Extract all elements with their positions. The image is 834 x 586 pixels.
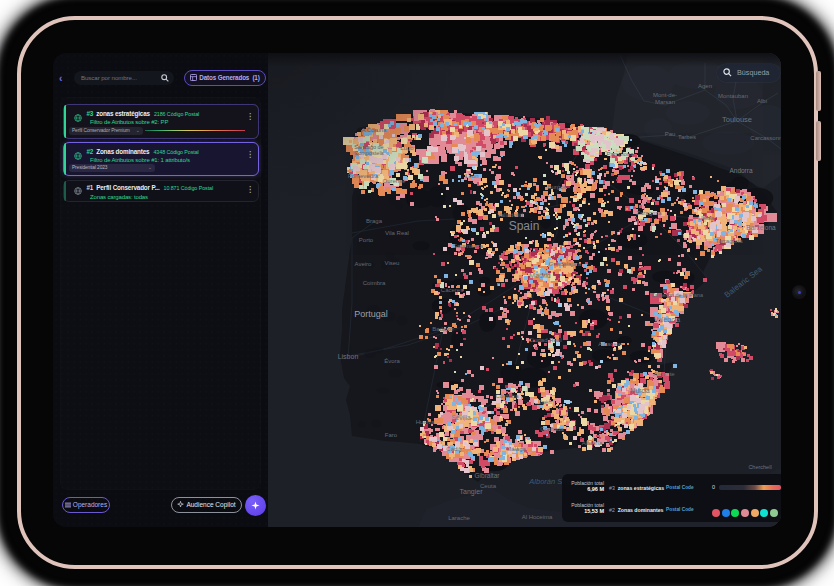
svg-text:Tarbes: Tarbes (678, 134, 696, 140)
svg-text:Vila Real: Vila Real (385, 230, 409, 236)
svg-text:Badajoz: Badajoz (432, 326, 454, 332)
svg-text:Lisbon: Lisbon (338, 353, 359, 360)
svg-text:Ciudad Real: Ciudad Real (528, 337, 561, 343)
svg-text:Guadalajara: Guadalajara (549, 261, 582, 267)
svg-text:Toulouse: Toulouse (722, 115, 752, 124)
svg-text:Porto: Porto (359, 237, 374, 243)
svg-text:Valladolid: Valladolid (497, 212, 523, 218)
svg-text:Portugal: Portugal (354, 309, 388, 319)
svg-text:Gibraltar: Gibraltar (475, 472, 501, 479)
svg-text:Évora: Évora (384, 358, 400, 364)
svg-text:Faro: Faro (385, 432, 398, 438)
svg-text:Pau: Pau (665, 131, 676, 137)
svg-text:Ceuta: Ceuta (480, 483, 497, 489)
svg-text:Albi: Albi (757, 98, 767, 104)
svg-text:Tarragona: Tarragona (715, 238, 743, 244)
svg-text:Madrid: Madrid (529, 272, 551, 279)
svg-text:Mont-de-: Mont-de- (653, 92, 677, 98)
svg-text:Córdoba: Córdoba (495, 393, 519, 399)
svg-text:Burgos: Burgos (547, 184, 566, 190)
svg-text:Salamanca: Salamanca (453, 243, 484, 249)
svg-text:Aveiro: Aveiro (355, 261, 373, 267)
svg-text:Cherchell: Cherchell (748, 464, 771, 470)
svg-text:Málaga: Málaga (506, 446, 526, 452)
svg-text:Castellón de la Plana: Castellón de la Plana (651, 292, 704, 298)
svg-text:Albacete: Albacete (598, 341, 622, 347)
svg-text:Larache: Larache (448, 515, 470, 521)
svg-text:Sevilla: Sevilla (451, 414, 471, 421)
svg-text:Barcelona: Barcelona (746, 224, 776, 231)
svg-text:Almería: Almería (582, 440, 603, 446)
svg-text:Braga: Braga (366, 218, 383, 224)
svg-text:Carcassonne: Carcassonne (750, 135, 781, 141)
svg-text:Zaragoza: Zaragoza (636, 210, 662, 216)
svg-text:Jaén: Jaén (538, 399, 551, 405)
svg-text:Huelva: Huelva (416, 419, 435, 425)
svg-text:Granada: Granada (540, 426, 564, 432)
svg-text:Cádiz: Cádiz (446, 446, 461, 452)
svg-text:Lleida: Lleida (698, 215, 715, 221)
svg-text:Al Hoceima: Al Hoceima (522, 514, 553, 520)
svg-text:Spain: Spain (509, 219, 540, 233)
svg-text:Coimbra: Coimbra (363, 280, 386, 286)
svg-text:Marsan: Marsan (655, 99, 675, 105)
svg-text:Pamplona: Pamplona (606, 151, 634, 157)
svg-text:Montauban: Montauban (718, 93, 748, 99)
svg-text:Tangier: Tangier (460, 488, 484, 496)
svg-text:Valencia: Valencia (654, 316, 680, 323)
svg-text:Alicante: Alicante (653, 371, 675, 377)
svg-text:Cáceres: Cáceres (441, 287, 463, 293)
svg-text:Agen: Agen (698, 83, 712, 89)
svg-text:Murcia: Murcia (630, 387, 650, 394)
svg-text:Andorra: Andorra (729, 167, 753, 174)
svg-text:Viseu: Viseu (385, 260, 400, 266)
